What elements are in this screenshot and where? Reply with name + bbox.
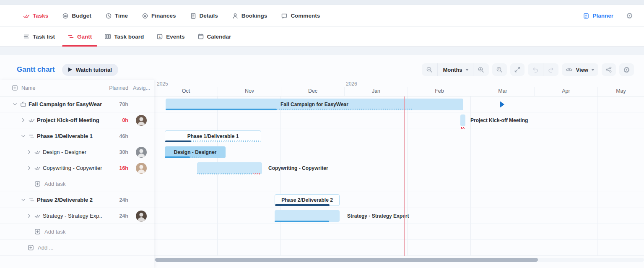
task-name[interactable]: Project Kick-off Meeting xyxy=(37,117,99,123)
tab-time[interactable]: Time xyxy=(105,13,128,19)
avatar[interactable] xyxy=(136,115,147,126)
gantt-bar-phase[interactable]: Phase 2/Deliverable 2 xyxy=(275,194,340,206)
share-icon[interactable] xyxy=(602,63,616,76)
chevron-down-icon[interactable] xyxy=(20,133,27,139)
horizontal-scrollbar-thumb[interactable] xyxy=(155,258,538,262)
gear-icon[interactable] xyxy=(626,12,633,19)
time-scale-dropdown[interactable]: Months xyxy=(437,63,473,76)
watch-tutorial-button[interactable]: Watch tutorial xyxy=(62,64,118,76)
horizontal-scrollbar[interactable] xyxy=(154,258,644,262)
add-task-row[interactable]: Add task xyxy=(0,224,154,240)
gantt-bar-task[interactable]: Design - Designer xyxy=(165,146,226,158)
planned-hours: 24h xyxy=(102,197,128,203)
gantt-row-task: Project Kick-off Meeting xyxy=(154,112,644,128)
avatar[interactable] xyxy=(136,211,147,221)
task-name[interactable]: Strategy - Strategy Exp... xyxy=(43,213,102,219)
gear-icon[interactable] xyxy=(619,63,634,76)
chevron-right-icon[interactable] xyxy=(26,149,33,155)
task-name[interactable]: Design - Designer xyxy=(43,149,86,155)
planned-hours: 24h xyxy=(102,213,128,219)
progress-hatch xyxy=(197,173,253,174)
gantt-row-phase: Phase 1/Deliverable 1 xyxy=(154,128,644,144)
subtab-gantt[interactable]: Gantt xyxy=(68,27,92,47)
progress-solid xyxy=(275,221,329,222)
column-assignee: Assig... xyxy=(128,85,154,91)
task-name[interactable]: Phase 1/Deliverable 1 xyxy=(37,133,93,139)
planned-hours: 30h xyxy=(102,149,128,155)
tab-label: Time xyxy=(115,13,128,19)
subtab-events[interactable]: 1 Events xyxy=(156,27,184,47)
subtab-label: Calendar xyxy=(207,34,231,40)
tab-comments[interactable]: Comments xyxy=(281,13,320,19)
coins-icon xyxy=(62,13,69,19)
tab-details[interactable]: Details xyxy=(190,13,218,19)
zoom-out-icon[interactable] xyxy=(422,63,437,76)
milestone-play-icon[interactable] xyxy=(499,101,505,108)
add-task-row[interactable]: Add task xyxy=(0,176,154,192)
progress-overdue-hatch xyxy=(253,173,261,174)
tab-bookings[interactable]: Bookings xyxy=(232,13,267,19)
chevron-right-icon[interactable] xyxy=(26,213,33,219)
assignee-cell xyxy=(128,147,154,158)
table-row-task[interactable]: Copywriting - Copywriter 16h xyxy=(0,160,154,176)
add-item-row[interactable]: Add ... xyxy=(0,240,154,256)
chevron-right-icon[interactable] xyxy=(26,165,33,171)
gantt-bar-summary[interactable]: Fall Campaign for EasyWear xyxy=(166,99,463,110)
tab-tasks[interactable]: Tasks xyxy=(23,13,48,19)
undo-icon[interactable] xyxy=(528,63,543,76)
year-label: 2026 xyxy=(346,81,357,87)
month-label: Jan xyxy=(344,87,408,96)
add-task-label: Add task xyxy=(44,229,66,235)
eye-icon xyxy=(566,66,573,73)
table-row-task[interactable]: Design - Designer 30h xyxy=(0,144,154,160)
project-briefcase-icon xyxy=(20,101,27,107)
tab-budget[interactable]: Budget xyxy=(62,13,91,19)
avatar[interactable] xyxy=(136,147,147,158)
calendar-icon xyxy=(197,33,204,40)
assignee-cell xyxy=(128,211,154,221)
bar-outside-label: Strategy - Strategy Expert xyxy=(347,208,409,224)
gantt-row-project: Fall Campaign for EasyWear xyxy=(154,96,644,112)
month-label: May xyxy=(597,87,644,96)
gantt-row-phase: Phase 2/Deliverable 2 xyxy=(154,192,644,208)
bar-outside-label: Copywriting - Copywriter xyxy=(268,160,328,176)
gantt-toolbar: Months 1: View xyxy=(422,63,634,76)
table-row-phase[interactable]: Phase 2/Deliverable 2 24h xyxy=(0,192,154,208)
avatar[interactable] xyxy=(136,163,147,174)
table-row-project[interactable]: Fall Campaign for EasyWear 70h xyxy=(0,96,154,112)
assignee-cell xyxy=(128,115,154,126)
month-label: Oct xyxy=(154,87,218,96)
fullscreen-icon[interactable] xyxy=(510,63,525,76)
subtab-calendar[interactable]: Calendar xyxy=(197,27,231,47)
gantt-bar-milestone[interactable] xyxy=(460,114,465,126)
table-row-task[interactable]: Project Kick-off Meeting 0h xyxy=(0,112,154,128)
table-row-task[interactable]: Strategy - Strategy Exp... 24h xyxy=(0,208,154,224)
add-item-label: Add ... xyxy=(38,245,54,251)
watch-tutorial-label: Watch tutorial xyxy=(76,67,112,73)
gantt-bar-task[interactable] xyxy=(197,162,262,174)
zoom-in-icon[interactable] xyxy=(473,63,489,76)
zoom-reset-icon[interactable]: 1: xyxy=(492,63,507,76)
subtab-task-list[interactable]: Task list xyxy=(23,27,55,47)
table-row-phase[interactable]: Phase 1/Deliverable 1 46h xyxy=(0,128,154,144)
chevron-down-icon xyxy=(465,69,469,71)
month-label: Dec xyxy=(281,87,344,96)
tab-finances[interactable]: Finances xyxy=(142,13,176,19)
plus-square-icon xyxy=(34,181,41,187)
task-name[interactable]: Phase 2/Deliverable 2 xyxy=(37,197,93,203)
gantt-bar-phase[interactable]: Phase 1/Deliverable 1 xyxy=(165,130,261,142)
progress-hatch xyxy=(277,109,413,110)
progress-solid xyxy=(166,109,277,110)
planner-button[interactable]: Planner xyxy=(583,13,613,19)
gantt-bar-task[interactable] xyxy=(275,210,340,222)
view-dropdown[interactable]: View xyxy=(562,63,598,76)
plus-square-icon xyxy=(28,245,34,251)
chevron-right-icon[interactable] xyxy=(20,117,27,123)
task-name[interactable]: Copywriting - Copywriter xyxy=(43,165,102,171)
task-name[interactable]: Fall Campaign for EasyWear xyxy=(29,101,102,107)
redo-icon[interactable] xyxy=(543,63,558,76)
chevron-down-icon[interactable] xyxy=(20,197,27,203)
chevron-down-icon[interactable] xyxy=(12,101,18,107)
add-column-icon[interactable] xyxy=(12,85,18,91)
subtab-task-board[interactable]: Task board xyxy=(104,27,144,47)
